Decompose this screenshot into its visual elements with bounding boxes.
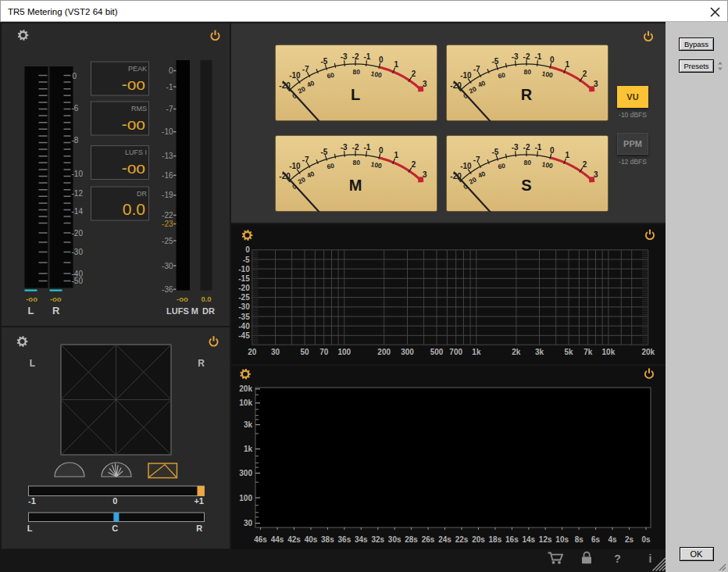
svg-text:-10: -10: [289, 71, 301, 80]
svg-text:46s: 46s: [254, 535, 267, 544]
svg-text:2: 2: [412, 160, 416, 169]
svg-text:-50: -50: [72, 277, 84, 285]
svg-text:R: R: [198, 358, 205, 369]
svg-text:-5: -5: [491, 57, 498, 66]
svg-text:300: 300: [239, 469, 252, 477]
svg-text:2: 2: [582, 160, 587, 169]
svg-text:i: i: [649, 552, 652, 565]
svg-text:34s: 34s: [355, 535, 368, 544]
svg-text:80: 80: [352, 68, 360, 76]
svg-text:20: 20: [248, 348, 257, 356]
svg-text:26s: 26s: [422, 535, 435, 544]
svg-text:24s: 24s: [438, 535, 451, 544]
svg-text:-1: -1: [28, 496, 36, 506]
svg-text:L: L: [28, 305, 34, 316]
svg-text:0: 0: [169, 66, 173, 75]
svg-text:-30: -30: [162, 262, 173, 270]
svg-text:S: S: [521, 177, 531, 194]
svg-text:1: 1: [565, 151, 569, 159]
svg-text:1: 1: [565, 60, 569, 69]
svg-text:0.0: 0.0: [201, 295, 211, 303]
svg-text:-25: -25: [238, 293, 250, 302]
svg-text:0: 0: [379, 145, 384, 154]
svg-text:-oo: -oo: [177, 295, 188, 303]
svg-text:-3: -3: [511, 52, 518, 61]
svg-text:-3: -3: [511, 143, 518, 152]
svg-text:2s: 2s: [625, 535, 634, 544]
svg-text:18s: 18s: [489, 535, 502, 544]
svg-text:-oo: -oo: [122, 159, 145, 177]
svg-text:-22: -22: [162, 211, 173, 220]
svg-text:1k: 1k: [472, 348, 481, 356]
svg-text:-1: -1: [166, 83, 173, 91]
svg-text:PEAK: PEAK: [128, 65, 147, 73]
svg-text:-2: -2: [523, 52, 530, 61]
svg-text:0: 0: [73, 72, 77, 80]
svg-text:-2: -2: [352, 142, 359, 151]
svg-text:28s: 28s: [405, 535, 418, 544]
svg-text:700: 700: [449, 348, 462, 356]
svg-text:-10: -10: [460, 71, 472, 80]
svg-text:-2: -2: [523, 142, 530, 151]
svg-text:-10: -10: [460, 162, 472, 170]
svg-text:-7: -7: [166, 105, 173, 113]
svg-text:4s: 4s: [608, 535, 617, 544]
svg-text:-7: -7: [302, 155, 309, 163]
svg-text:20s: 20s: [472, 535, 485, 544]
svg-text:-1: -1: [534, 143, 541, 152]
svg-text:-14: -14: [72, 207, 84, 216]
svg-text:-1: -1: [363, 143, 370, 152]
svg-text:-45: -45: [238, 331, 250, 340]
svg-text:2: 2: [582, 70, 587, 78]
svg-text:LUFS M: LUFS M: [166, 306, 198, 316]
svg-text:+1: +1: [194, 496, 204, 506]
svg-text:M: M: [349, 177, 362, 194]
svg-text:-5: -5: [491, 147, 498, 156]
svg-text:RMS: RMS: [131, 105, 147, 113]
svg-text:0s: 0s: [641, 535, 651, 544]
svg-text:3: 3: [423, 80, 427, 88]
svg-text:-oo: -oo: [50, 295, 62, 303]
svg-text:-3: -3: [341, 143, 348, 152]
svg-text:DR: DR: [137, 190, 147, 198]
svg-text:-20: -20: [72, 229, 84, 238]
svg-text:8s: 8s: [575, 535, 584, 544]
svg-text:10s: 10s: [555, 535, 569, 544]
svg-text:1: 1: [394, 151, 399, 159]
svg-text:-23: -23: [162, 220, 173, 228]
svg-text:12s: 12s: [539, 535, 552, 544]
svg-text:16s: 16s: [505, 535, 519, 544]
svg-text:36s: 36s: [338, 535, 352, 544]
svg-text:3k: 3k: [244, 420, 253, 429]
svg-text:80: 80: [352, 158, 360, 166]
svg-text:1k: 1k: [244, 445, 253, 453]
svg-text:10k: 10k: [602, 348, 616, 356]
svg-text:L: L: [351, 86, 360, 103]
svg-text:L: L: [30, 358, 35, 369]
svg-text:3: 3: [423, 170, 427, 179]
svg-text:-15: -15: [238, 274, 250, 283]
svg-text:20k: 20k: [239, 384, 252, 393]
svg-text:-8: -8: [72, 136, 79, 145]
svg-text:10k: 10k: [239, 399, 252, 407]
svg-text:-12: -12: [72, 189, 84, 198]
svg-text:-40: -40: [238, 322, 250, 331]
svg-text:-7: -7: [473, 65, 480, 73]
svg-text:-7: -7: [473, 155, 480, 163]
svg-text:-20: -20: [238, 284, 250, 292]
svg-text:-1: -1: [363, 52, 370, 61]
svg-text:3: 3: [593, 170, 598, 179]
svg-text:1: 1: [394, 60, 399, 69]
svg-text:80: 80: [523, 158, 531, 166]
svg-text:-5: -5: [243, 256, 250, 264]
svg-text:30: 30: [244, 519, 253, 527]
svg-text:-13: -13: [162, 152, 173, 160]
svg-text:-oo: -oo: [26, 295, 37, 303]
svg-text:5k: 5k: [564, 348, 573, 356]
svg-text:-36: -36: [162, 285, 173, 294]
svg-text:30s: 30s: [388, 535, 401, 544]
svg-text:DR: DR: [202, 306, 215, 316]
svg-text:R: R: [196, 524, 202, 533]
svg-text:-6: -6: [72, 104, 79, 113]
svg-text:44s: 44s: [271, 535, 284, 544]
